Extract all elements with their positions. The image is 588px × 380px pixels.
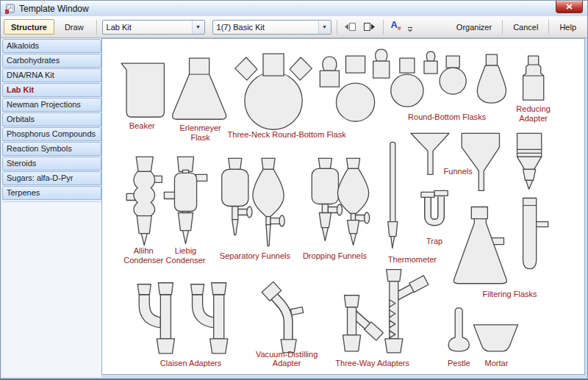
template-three-way-adapter-2[interactable] [385,270,429,353]
label-vacuum-2: Adapter [273,359,301,368]
template-claisen-adapter-2[interactable] [191,283,228,354]
label-filtering: Filtering Flasks [482,290,537,298]
label-funnels: Funnels [444,167,473,176]
label-three-way: Three-Way Adapters [335,359,409,368]
titlebar[interactable]: Template Window [1,1,587,16]
toolbar-separator [502,20,503,35]
sidebar-item-terpenes[interactable]: Terpenes [2,186,101,200]
close-button[interactable] [556,1,583,13]
structure-tab[interactable]: Structure [4,19,54,35]
template-filter-tube[interactable] [523,198,548,268]
cancel-button[interactable]: Cancel [505,20,546,35]
template-mortar[interactable] [473,325,517,351]
toolbar-separator [337,20,337,35]
template-three-way-adapter-1[interactable] [343,295,383,351]
template-dropping-funnel-1[interactable] [312,158,342,240]
previous-page-icon [344,22,356,32]
chevron-down-icon: ▼ [318,21,331,34]
label-claisen: Claisen Adapters [160,359,222,368]
sidebar-item-alkaloids[interactable]: Alkaloids [2,39,101,53]
toolbar-options-button[interactable] [407,26,413,32]
template-round-bottom-flask-medium[interactable] [391,58,423,107]
next-page-icon [363,22,376,32]
template-pear-flask[interactable] [477,54,506,103]
toolbar-separator [548,20,549,35]
label-allihn-1: Allihn [134,246,154,255]
sidebar-item-phosphorus-compounds[interactable]: Phosphorus Compounds [2,127,101,141]
toolbar-separator [383,20,384,35]
sidebar-item-steroids[interactable]: Steroids [2,157,101,171]
label-round-bottom: Round-Bottom Flasks [408,112,487,121]
template-stopper-1[interactable] [320,57,339,87]
label-mortar: Mortar [485,359,509,368]
template-group-select[interactable]: Lab Kit ▼ [102,20,205,35]
sidebar-empty-area [2,201,101,377]
template-allihn-condenser[interactable] [126,157,162,245]
sidebar-item-carbohydrates[interactable]: Carbohydrates [2,54,101,68]
sidebar-item-newman-projections[interactable]: Newman Projections [2,98,101,112]
page-select-value: 1(7) Basic Kit [217,23,265,32]
sidebar-item-orbitals[interactable]: Orbitals [2,112,101,126]
template-window: Template Window Structure Draw Lab Kit ▼… [0,0,588,380]
toolbar-separator [96,20,97,35]
template-trap[interactable] [421,190,448,222]
atom-number-style-button[interactable]: A # [389,19,404,35]
template-three-neck-flask[interactable] [235,54,312,129]
template-funnel-large[interactable] [462,133,499,190]
label-liebig-1: Liebig [175,246,196,255]
template-erlenmeyer-flask[interactable] [173,58,226,119]
app-icon [5,4,15,14]
label-vacuum-1: Vacuum-Distilling [256,350,318,359]
sidebar-item-reaction-symbols[interactable]: Reaction Symbols [2,142,101,156]
window-title: Template Window [19,4,89,14]
template-stopper-2[interactable] [373,49,390,78]
template-group-value: Lab Kit [107,23,132,32]
label-three-neck: Three-Neck Round-Bottom Flask [228,130,347,139]
previous-page-button[interactable] [343,20,359,35]
template-dropping-funnel-2[interactable] [337,158,369,245]
template-fritted-funnel[interactable] [517,133,542,189]
template-beaker[interactable] [121,63,164,117]
label-trap: Trap [426,237,442,245]
window-body: Alkaloids Carbohydrates DNA/RNA Kit Lab … [1,38,587,377]
template-canvas: Beaker Erlenmeyer Flask Three-Neck Round… [101,38,585,375]
sidebar-item-dna-rna-kit[interactable]: DNA/RNA Kit [2,68,101,82]
label-beaker: Beaker [129,121,155,130]
label-allihn-2: Condenser [123,256,163,265]
page-select[interactable]: 1(7) Basic Kit ▼ [212,20,331,35]
template-separatory-funnel-1[interactable] [222,158,252,234]
sidebar-item-sugars[interactable]: Sugars: alfa-D-Pyr [2,171,101,185]
close-icon [566,4,573,10]
label-pestle: Pestle [448,359,470,368]
template-round-bottom-flask-small[interactable] [440,56,466,94]
label-reducing-2: Adapter [519,114,548,123]
template-separatory-funnel-2[interactable] [253,158,284,245]
toolbar-options-icon [407,26,413,32]
label-thermometer: Thermometer [388,255,437,264]
template-sidebar: Alkaloids Carbohydrates DNA/RNA Kit Lab … [1,38,101,377]
template-filter-flask[interactable] [453,207,506,284]
next-page-button[interactable] [362,20,378,35]
template-reducing-adapter[interactable] [523,56,544,100]
label-erlenmeyer-2: Flask [190,133,210,142]
template-claisen-adapter-1[interactable] [137,283,174,354]
template-liebig-condenser[interactable] [164,157,207,243]
template-pestle[interactable] [448,308,469,351]
label-dropping: Dropping Funnels [303,251,368,260]
template-thermometer[interactable] [388,142,398,248]
template-stopper-3[interactable] [424,51,437,74]
draw-tab[interactable]: Draw [57,19,91,35]
label-erlenmeyer-1: Erlenmeyer [179,123,221,132]
template-round-bottom-flask-large[interactable] [336,56,374,121]
organizer-button[interactable]: Organizer [448,20,500,35]
label-separatory: Separatory Funnels [220,251,291,260]
help-button[interactable]: Help [551,20,584,35]
sidebar-item-lab-kit[interactable]: Lab Kit [2,83,101,97]
chevron-down-icon: ▼ [192,21,204,34]
toolbar: Structure Draw Lab Kit ▼ 1(7) Basic Kit … [1,16,587,38]
label-reducing-1: Reducing [516,104,551,113]
template-vacuum-distilling-adapter[interactable] [262,282,304,353]
label-liebig-2: Condenser [166,256,206,265]
toolbar-right-buttons: Organizer Cancel Help [448,20,584,35]
